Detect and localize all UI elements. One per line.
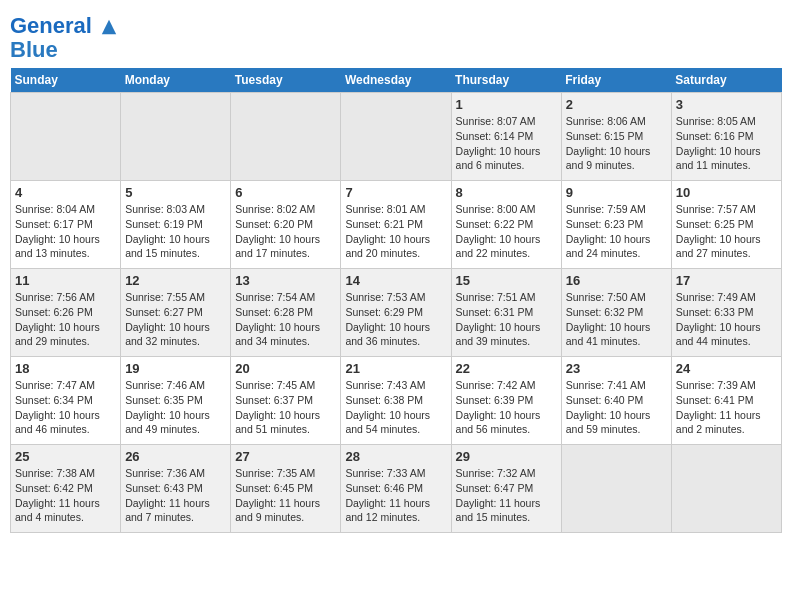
- day-info: Sunrise: 8:06 AM Sunset: 6:15 PM Dayligh…: [566, 114, 667, 173]
- logo: General Blue: [10, 14, 118, 62]
- calendar-cell: [121, 93, 231, 181]
- calendar-cell: [11, 93, 121, 181]
- day-info: Sunrise: 8:07 AM Sunset: 6:14 PM Dayligh…: [456, 114, 557, 173]
- weekday-header-sunday: Sunday: [11, 68, 121, 93]
- calendar-cell: 4Sunrise: 8:04 AM Sunset: 6:17 PM Daylig…: [11, 181, 121, 269]
- day-info: Sunrise: 8:00 AM Sunset: 6:22 PM Dayligh…: [456, 202, 557, 261]
- calendar-week-row: 1Sunrise: 8:07 AM Sunset: 6:14 PM Daylig…: [11, 93, 782, 181]
- day-info: Sunrise: 7:46 AM Sunset: 6:35 PM Dayligh…: [125, 378, 226, 437]
- calendar-cell: 20Sunrise: 7:45 AM Sunset: 6:37 PM Dayli…: [231, 357, 341, 445]
- day-number: 14: [345, 273, 446, 288]
- weekday-header-friday: Friday: [561, 68, 671, 93]
- calendar-cell: 14Sunrise: 7:53 AM Sunset: 6:29 PM Dayli…: [341, 269, 451, 357]
- day-number: 28: [345, 449, 446, 464]
- day-info: Sunrise: 7:42 AM Sunset: 6:39 PM Dayligh…: [456, 378, 557, 437]
- day-info: Sunrise: 7:33 AM Sunset: 6:46 PM Dayligh…: [345, 466, 446, 525]
- calendar-table: SundayMondayTuesdayWednesdayThursdayFrid…: [10, 68, 782, 533]
- calendar-cell: 11Sunrise: 7:56 AM Sunset: 6:26 PM Dayli…: [11, 269, 121, 357]
- day-info: Sunrise: 7:41 AM Sunset: 6:40 PM Dayligh…: [566, 378, 667, 437]
- calendar-week-row: 11Sunrise: 7:56 AM Sunset: 6:26 PM Dayli…: [11, 269, 782, 357]
- logo-icon: [100, 18, 118, 36]
- calendar-cell: [671, 445, 781, 533]
- calendar-cell: 5Sunrise: 8:03 AM Sunset: 6:19 PM Daylig…: [121, 181, 231, 269]
- weekday-header-saturday: Saturday: [671, 68, 781, 93]
- day-info: Sunrise: 7:55 AM Sunset: 6:27 PM Dayligh…: [125, 290, 226, 349]
- calendar-cell: 8Sunrise: 8:00 AM Sunset: 6:22 PM Daylig…: [451, 181, 561, 269]
- day-number: 23: [566, 361, 667, 376]
- weekday-header-thursday: Thursday: [451, 68, 561, 93]
- calendar-cell: 23Sunrise: 7:41 AM Sunset: 6:40 PM Dayli…: [561, 357, 671, 445]
- day-number: 6: [235, 185, 336, 200]
- day-info: Sunrise: 8:04 AM Sunset: 6:17 PM Dayligh…: [15, 202, 116, 261]
- day-info: Sunrise: 7:59 AM Sunset: 6:23 PM Dayligh…: [566, 202, 667, 261]
- day-number: 12: [125, 273, 226, 288]
- day-info: Sunrise: 7:47 AM Sunset: 6:34 PM Dayligh…: [15, 378, 116, 437]
- day-number: 18: [15, 361, 116, 376]
- day-number: 24: [676, 361, 777, 376]
- day-number: 11: [15, 273, 116, 288]
- day-info: Sunrise: 7:36 AM Sunset: 6:43 PM Dayligh…: [125, 466, 226, 525]
- calendar-header-row: SundayMondayTuesdayWednesdayThursdayFrid…: [11, 68, 782, 93]
- day-number: 8: [456, 185, 557, 200]
- day-info: Sunrise: 8:03 AM Sunset: 6:19 PM Dayligh…: [125, 202, 226, 261]
- calendar-cell: 15Sunrise: 7:51 AM Sunset: 6:31 PM Dayli…: [451, 269, 561, 357]
- logo-blue-text: Blue: [10, 38, 118, 62]
- svg-marker-0: [102, 20, 116, 34]
- calendar-week-row: 4Sunrise: 8:04 AM Sunset: 6:17 PM Daylig…: [11, 181, 782, 269]
- day-info: Sunrise: 7:45 AM Sunset: 6:37 PM Dayligh…: [235, 378, 336, 437]
- day-info: Sunrise: 7:56 AM Sunset: 6:26 PM Dayligh…: [15, 290, 116, 349]
- calendar-cell: 28Sunrise: 7:33 AM Sunset: 6:46 PM Dayli…: [341, 445, 451, 533]
- calendar-week-row: 25Sunrise: 7:38 AM Sunset: 6:42 PM Dayli…: [11, 445, 782, 533]
- calendar-cell: 16Sunrise: 7:50 AM Sunset: 6:32 PM Dayli…: [561, 269, 671, 357]
- day-info: Sunrise: 7:35 AM Sunset: 6:45 PM Dayligh…: [235, 466, 336, 525]
- calendar-cell: 27Sunrise: 7:35 AM Sunset: 6:45 PM Dayli…: [231, 445, 341, 533]
- calendar-cell: [341, 93, 451, 181]
- day-number: 25: [15, 449, 116, 464]
- day-info: Sunrise: 7:43 AM Sunset: 6:38 PM Dayligh…: [345, 378, 446, 437]
- calendar-cell: 13Sunrise: 7:54 AM Sunset: 6:28 PM Dayli…: [231, 269, 341, 357]
- calendar-cell: 29Sunrise: 7:32 AM Sunset: 6:47 PM Dayli…: [451, 445, 561, 533]
- day-info: Sunrise: 7:50 AM Sunset: 6:32 PM Dayligh…: [566, 290, 667, 349]
- day-info: Sunrise: 8:02 AM Sunset: 6:20 PM Dayligh…: [235, 202, 336, 261]
- day-number: 2: [566, 97, 667, 112]
- day-number: 7: [345, 185, 446, 200]
- day-number: 16: [566, 273, 667, 288]
- day-number: 22: [456, 361, 557, 376]
- calendar-cell: 22Sunrise: 7:42 AM Sunset: 6:39 PM Dayli…: [451, 357, 561, 445]
- day-number: 3: [676, 97, 777, 112]
- calendar-cell: [231, 93, 341, 181]
- calendar-cell: 12Sunrise: 7:55 AM Sunset: 6:27 PM Dayli…: [121, 269, 231, 357]
- day-number: 9: [566, 185, 667, 200]
- day-info: Sunrise: 7:51 AM Sunset: 6:31 PM Dayligh…: [456, 290, 557, 349]
- day-number: 15: [456, 273, 557, 288]
- day-info: Sunrise: 7:39 AM Sunset: 6:41 PM Dayligh…: [676, 378, 777, 437]
- calendar-cell: 26Sunrise: 7:36 AM Sunset: 6:43 PM Dayli…: [121, 445, 231, 533]
- calendar-cell: 3Sunrise: 8:05 AM Sunset: 6:16 PM Daylig…: [671, 93, 781, 181]
- day-info: Sunrise: 7:57 AM Sunset: 6:25 PM Dayligh…: [676, 202, 777, 261]
- day-number: 13: [235, 273, 336, 288]
- calendar-cell: 7Sunrise: 8:01 AM Sunset: 6:21 PM Daylig…: [341, 181, 451, 269]
- day-number: 10: [676, 185, 777, 200]
- calendar-cell: 9Sunrise: 7:59 AM Sunset: 6:23 PM Daylig…: [561, 181, 671, 269]
- calendar-cell: 24Sunrise: 7:39 AM Sunset: 6:41 PM Dayli…: [671, 357, 781, 445]
- calendar-cell: 10Sunrise: 7:57 AM Sunset: 6:25 PM Dayli…: [671, 181, 781, 269]
- day-info: Sunrise: 7:38 AM Sunset: 6:42 PM Dayligh…: [15, 466, 116, 525]
- day-number: 4: [15, 185, 116, 200]
- day-info: Sunrise: 7:53 AM Sunset: 6:29 PM Dayligh…: [345, 290, 446, 349]
- day-number: 29: [456, 449, 557, 464]
- calendar-cell: 2Sunrise: 8:06 AM Sunset: 6:15 PM Daylig…: [561, 93, 671, 181]
- calendar-cell: 6Sunrise: 8:02 AM Sunset: 6:20 PM Daylig…: [231, 181, 341, 269]
- day-info: Sunrise: 8:01 AM Sunset: 6:21 PM Dayligh…: [345, 202, 446, 261]
- calendar-cell: 21Sunrise: 7:43 AM Sunset: 6:38 PM Dayli…: [341, 357, 451, 445]
- weekday-header-wednesday: Wednesday: [341, 68, 451, 93]
- page-header: General Blue: [10, 10, 782, 62]
- calendar-cell: 17Sunrise: 7:49 AM Sunset: 6:33 PM Dayli…: [671, 269, 781, 357]
- day-info: Sunrise: 7:49 AM Sunset: 6:33 PM Dayligh…: [676, 290, 777, 349]
- day-number: 26: [125, 449, 226, 464]
- weekday-header-monday: Monday: [121, 68, 231, 93]
- day-number: 20: [235, 361, 336, 376]
- day-number: 27: [235, 449, 336, 464]
- day-info: Sunrise: 7:32 AM Sunset: 6:47 PM Dayligh…: [456, 466, 557, 525]
- day-number: 1: [456, 97, 557, 112]
- weekday-header-tuesday: Tuesday: [231, 68, 341, 93]
